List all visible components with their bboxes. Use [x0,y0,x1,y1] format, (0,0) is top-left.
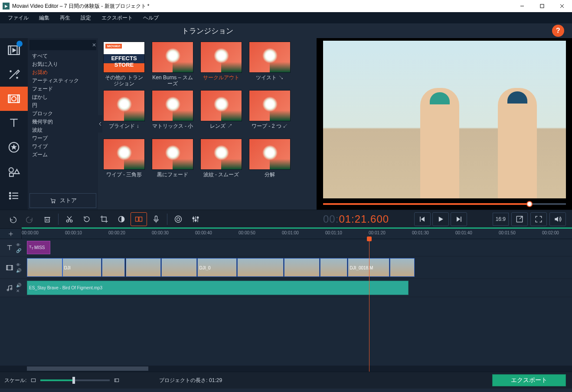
eye-icon[interactable]: 👁 [16,243,21,247]
video-clip[interactable]: DJI_0 [197,258,237,277]
aspect-ratio-selector[interactable]: 16:9 [493,213,509,226]
clip-properties-button[interactable] [170,212,186,226]
crop-button[interactable] [96,212,112,226]
menu-edit[interactable]: 編集 [34,12,55,24]
category-item[interactable]: ズーム [32,151,98,159]
add-track-button[interactable] [0,229,22,239]
zoom-out-icon[interactable] [30,377,37,383]
clear-search-icon[interactable]: ✕ [91,42,97,48]
zoom-in-icon[interactable] [113,377,120,383]
help-button[interactable]: ? [552,25,564,37]
video-clip[interactable] [237,258,284,277]
tab-more[interactable] [0,184,28,208]
cut-button[interactable] [61,212,78,226]
category-item[interactable]: ワープ [32,134,98,143]
category-item[interactable]: お奨め [32,68,98,77]
transition-item[interactable]: レンズ ↗ [200,90,242,135]
video-clip[interactable]: DJI [62,258,102,277]
preview-seekbar[interactable] [323,198,566,210]
equalizer-button[interactable] [187,212,204,226]
volume-button[interactable] [549,212,566,226]
video-clip[interactable] [390,258,415,277]
next-frame-button[interactable] [451,212,467,226]
transition-wizard-button[interactable] [131,212,147,226]
transition-item[interactable]: ブラインド ↓ [103,90,145,135]
video-clip[interactable] [284,258,320,277]
fullscreen-button[interactable] [530,212,547,226]
transition-item[interactable]: 黒にフェード [152,139,193,184]
tab-media[interactable] [0,38,28,62]
category-item[interactable]: ブロック [32,110,98,118]
prev-frame-button[interactable] [414,212,431,226]
audio-clip[interactable]: ES_Stay Brave - Bird Of Figment.mp3 [27,281,409,295]
tab-filters[interactable] [0,62,28,87]
time-ruler[interactable]: 00:00:0000:00:1000:00:2000:00:3000:00:40… [22,229,572,239]
link-icon[interactable]: ✕ [16,288,21,293]
title-clip[interactable]: TTMISS [27,241,50,254]
category-item[interactable]: 円 [32,101,98,110]
record-audio-button[interactable] [148,212,164,226]
eye-icon[interactable]: 👁 [16,262,21,267]
video-track[interactable]: DJIDJI_0DJI_0018.M [27,256,572,279]
menu-file[interactable]: ファイル [3,12,34,24]
menu-export[interactable]: エクスポート [96,12,138,24]
color-adjust-button[interactable] [113,212,130,226]
menu-help[interactable]: ヘルプ [138,12,164,24]
tab-titles[interactable] [0,111,28,135]
close-button[interactable] [552,0,572,12]
transition-item[interactable]: MOVAVIEFFECTSSTOREその他の トランジション [103,42,145,87]
redo-button[interactable] [22,212,38,226]
playhead[interactable] [369,239,369,372]
delete-button[interactable] [39,212,56,226]
transition-item[interactable]: ワイプ - 三角形 [103,139,145,184]
transition-item[interactable]: 分解 [249,139,291,184]
tab-stickers[interactable] [0,135,28,159]
rotate-button[interactable] [78,212,95,226]
category-item[interactable]: 波紋 [32,126,98,134]
search-input[interactable] [31,42,91,48]
mute-icon[interactable]: 🔊 [16,268,21,273]
play-button[interactable] [432,212,449,226]
category-item[interactable]: ぼかし [32,93,98,101]
category-list: すべてお気に入りお奨めアーティスティックフェードぼかし円ブロック幾何学的波紋ワー… [28,51,98,191]
transition-item[interactable]: Ken Burns – スムーズ [152,42,193,87]
detach-preview-button[interactable] [511,212,528,226]
preview-video[interactable] [323,41,566,198]
svg-marker-55 [439,217,443,222]
video-clip[interactable] [320,258,347,277]
maximize-button[interactable] [532,0,552,12]
category-item[interactable]: ワイプ [32,143,98,151]
link-icon[interactable]: 🔗 [16,248,21,253]
tab-transitions[interactable] [0,87,28,111]
store-button[interactable]: ストア [29,193,96,208]
menu-play[interactable]: 再生 [55,12,75,24]
video-clip[interactable] [102,258,125,277]
category-item[interactable]: 幾何学的 [32,118,98,126]
transition-item[interactable]: ツイスト ↘ [249,42,291,87]
minimize-button[interactable] [512,0,532,12]
category-item[interactable]: フェード [32,85,98,93]
category-item[interactable]: アーティスティック [32,77,98,85]
title-track-head: 👁🔗 [0,239,27,256]
video-clip[interactable] [27,258,62,277]
transition-item[interactable]: 波紋 - スムーズ [200,139,242,184]
video-clip[interactable] [126,258,161,277]
tab-shapes[interactable] [0,159,28,184]
transition-item[interactable]: マトリックス - 小 [152,90,193,135]
export-button[interactable]: エクスポート [492,374,566,386]
mute-icon[interactable]: 🔊 [16,283,21,288]
collapse-handle[interactable] [98,115,102,133]
category-item[interactable]: すべて [32,52,98,60]
transition-item[interactable]: ワープ - 2 つ ↙ [249,90,291,135]
video-clip[interactable] [161,258,197,277]
timeline-scrollbar[interactable] [0,366,572,372]
undo-button[interactable] [4,212,21,226]
category-item[interactable]: お気に入り [32,60,98,68]
title-track[interactable]: TTMISS [27,239,572,256]
menu-settings[interactable]: 設定 [75,12,96,24]
audio-track[interactable]: ES_Stay Brave - Bird Of Figment.mp3 [27,279,572,297]
scale-slider[interactable] [40,379,110,381]
ruler-mark: 00:01:50 [499,230,516,235]
svg-rect-41 [136,217,139,221]
transition-item[interactable]: サークルアウト [200,42,242,87]
